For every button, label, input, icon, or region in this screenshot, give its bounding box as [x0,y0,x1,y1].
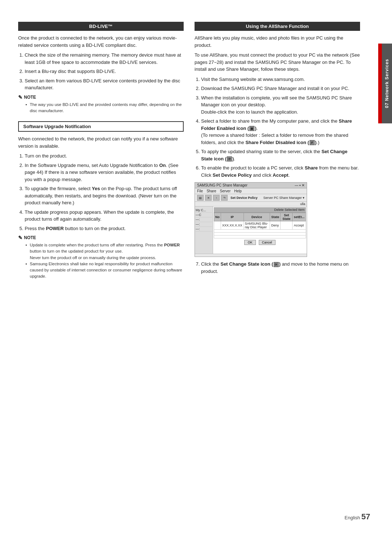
screenshot-sidebar: My C... —C —: —: —: [195,206,213,254]
as-step-5: To apply the updated sharing state to th… [201,148,360,162]
software-upgrade-header: Software Upgrade Notification [18,121,184,132]
side-accent-bar [378,44,382,123]
screenshot-delete-btn: Delete Selected Item [214,207,306,213]
software-note-list: Update is complete when the product turn… [25,242,184,280]
cell-device: SAMSUNG Blu-ray Disc Player [244,221,270,230]
cell-state: Deny [270,221,281,230]
chapter-tab: 07 Network Services [382,44,392,123]
su-step-5: Press the POWER button to turn on the pr… [25,225,184,232]
allshare-steps: Visit the Samsung website at www.samsung… [201,76,360,179]
sidebar-row-4: —: [196,227,212,232]
screenshot-content-area: My C... —C —: —: —: Delete Selected Item [195,206,307,254]
su-note-2: Samsung Electronics shall take no legal … [25,261,184,280]
su-step-1: Turn on the product. [25,152,184,160]
menu-share: Share [207,189,216,193]
bdlive-intro: Once the product is connected to the net… [18,34,184,49]
bdlive-note-item-1: The way you use BD-LIVE and the provided… [25,102,184,114]
set-change-icon-2: ⟳ [274,262,279,267]
bdlive-steps: Check the size of the remaining memory. … [25,52,184,91]
menu-help: Help [234,189,242,193]
bdlive-note-list: The way you use BD-LIVE and the provided… [25,102,184,114]
table-header-row: No IP Device State Set State setEt... [214,213,306,221]
bdlive-step-3: Select an item from various BD-LIVE serv… [25,77,184,91]
bdlive-header: BD-LIVE™ [18,22,184,31]
software-note-label: ✎ NOTE [18,235,184,241]
cell-accept: Accept [293,221,306,230]
col-device: Device [244,213,270,221]
as-step-7: Click the Set Change State icon (⟳) and … [201,261,360,275]
screenshot-toolbar: ▤ ✕ ↑ ↷ Set Device Policy Server PC Shar… [195,194,307,202]
as-step-6: To enable the product to locate a PC ser… [201,164,360,179]
sidebar-row-3: —: [196,222,212,227]
screenshot-table: No IP Device State Set State setEt... [214,213,306,238]
language-label: English [344,515,360,520]
su-step-4: The update progress popup appears. When … [25,209,184,223]
screenshot-controls: — ▪ ✕ [295,183,305,187]
chapter-label: 07 Network Services [384,59,389,108]
software-upgrade-intro: When connected to the network, the produ… [18,135,184,150]
share-disabled-icon: ✗ [310,140,315,145]
table-row: XXX.XX.X.XX SAMSUNG Blu-ray Disc Player … [214,221,306,230]
left-column: BD-LIVE™ Once the product is connected t… [18,22,184,514]
empty-row-1 [214,230,306,233]
sidebar-row-myc: My C... [196,208,212,213]
toolbar-btn-2: ✕ [205,195,212,201]
su-step-3: To upgrade the firmware, select Yes on t… [25,185,184,206]
bdlive-step-1: Check the size of the remaining memory. … [25,52,184,66]
set-device-policy-label: Set Device Policy [230,196,258,200]
su-note-1: Update is complete when the product turn… [25,242,184,261]
screenshot-subheader-right: Server PC Share Manager ▾ [263,196,305,200]
right-column: Using the AllShare Function AllShare let… [195,22,360,514]
toolbar-btn-3: ↑ [213,195,220,201]
software-upgrade-steps: Turn on the product. In the Software Upg… [25,152,184,232]
screenshot-statusbar [195,254,307,257]
as-step-4: Select a folder to share from the My com… [201,118,360,146]
pencil-icon-2: ✎ [18,235,23,241]
toolbar-btn-1: ▤ [197,195,204,201]
allshare-header: Using the AllShare Function [195,22,360,31]
col-setstate: Set State [281,213,293,221]
menu-file: File [197,189,203,193]
screenshot-dialog-buttons: OK Cancel [214,238,306,246]
screenshot-pc-share-manager: SAMSUNG PC Share Manager — ▪ ✕ File Shar… [195,182,307,257]
set-change-icon-1: ⟳ [227,156,232,161]
page-number: 57 [362,512,370,521]
screenshot-titlebar: SAMSUNG PC Share Manager — ▪ ✕ [195,183,307,188]
col-no: No [214,213,221,221]
as-step-3: When the installation is complete, you w… [201,94,360,116]
sidebar-row-2: —: [196,217,212,222]
col-ip: IP [221,213,244,221]
bdlive-note-label: ✎ NOTE [18,94,184,100]
screenshot-menubar: File Share Server Help [195,188,307,194]
allshare-intro: AllShare lets you play music, video and … [195,34,360,49]
col-state: State [270,213,281,221]
col-setet: setEt... [293,213,306,221]
as-step-1: Visit the Samsung website at www.samsung… [201,76,360,83]
cell-ip: XXX.XX.X.XX [221,221,244,230]
screenshot-ulla: ulla [195,202,307,206]
cell-setstate [281,221,293,230]
allshare-step7-list: Click the Set Change State icon (⟳) and … [201,261,360,275]
sidebar-row-1: —C [196,213,212,217]
cancel-button[interactable]: Cancel [259,240,275,245]
toolbar-btn-4: ↷ [221,195,228,201]
pencil-icon: ✎ [18,94,23,100]
su-step-2: In the Software Upgrade menu, set Auto U… [25,162,184,183]
empty-row-3 [214,236,306,238]
allshare-para2: To use AllShare, you must connect the pr… [195,52,360,73]
screenshot-main-area: Delete Selected Item No IP Device State … [213,206,307,254]
as-step-2: Download the SAMSUNG PC Share Manager an… [201,85,360,92]
empty-row-2 [214,233,306,236]
ok-button[interactable]: OK [244,240,256,245]
share-enabled-icon: ▣ [249,126,254,131]
bdlive-step-2: Insert a Blu-ray disc that supports BD-L… [25,68,184,75]
screenshot-title: SAMSUNG PC Share Manager [197,183,248,187]
footer: English 57 [344,512,370,521]
cell-no [214,221,221,230]
menu-server: Server [220,189,230,193]
